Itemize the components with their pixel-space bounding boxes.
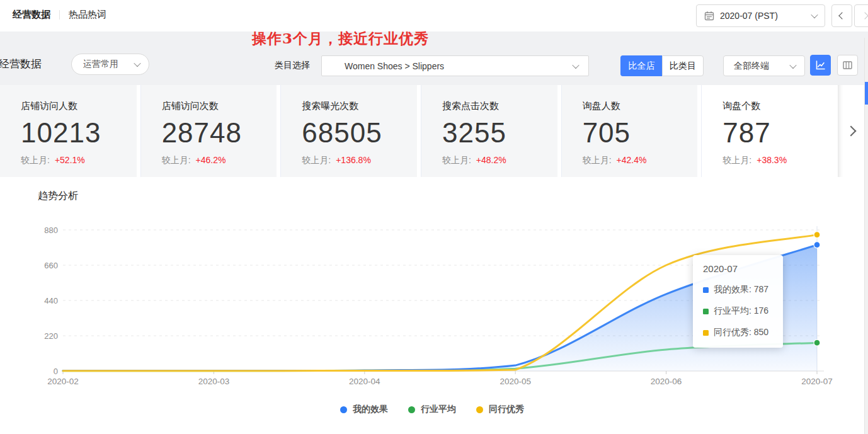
page-scrollbar[interactable] bbox=[864, 38, 868, 434]
tooltip-row: 同行优秀: 850 bbox=[703, 327, 774, 338]
series-marker-icon bbox=[703, 309, 709, 314]
series-marker-icon bbox=[703, 330, 709, 336]
prev-month-button[interactable] bbox=[831, 4, 852, 27]
legend-dot-icon bbox=[408, 406, 415, 413]
chevron-down-icon bbox=[789, 61, 796, 68]
metric-delta: +52.1% bbox=[55, 155, 85, 165]
legend-dot-icon bbox=[340, 406, 347, 413]
metric-label: 店铺访问次数 bbox=[162, 100, 277, 112]
legend-item-行业平均[interactable]: 行业平均 bbox=[408, 404, 456, 415]
terminal-select-value: 全部终端 bbox=[734, 60, 791, 72]
top-bar: 经营数据 热品热词 2020-07 (PST) bbox=[0, 0, 868, 31]
metric-value: 787 bbox=[722, 117, 838, 149]
metric-value: 68505 bbox=[302, 117, 417, 149]
tooltip-row: 我的效果: 787 bbox=[703, 284, 774, 295]
metric-card[interactable]: 搜索曝光次数68505较上月:+136.8% bbox=[280, 85, 417, 177]
metric-compare: 较上月:+42.4% bbox=[583, 155, 698, 166]
annotation-note: 操作3个月，接近行业优秀 bbox=[252, 29, 429, 49]
trend-chart-section: 趋势分析 02204406608802020-022020-032020-042… bbox=[0, 180, 864, 434]
legend-label: 同行优秀 bbox=[489, 404, 524, 415]
metric-value: 705 bbox=[583, 117, 698, 149]
scrollbar-thumb[interactable] bbox=[865, 82, 868, 105]
series-end-dot-同行优秀 bbox=[814, 232, 820, 238]
metric-compare: 较上月:+46.2% bbox=[162, 155, 277, 166]
metric-label: 店铺访问人数 bbox=[21, 100, 137, 112]
metric-label: 询盘人数 bbox=[583, 100, 698, 112]
y-axis-label: 0 bbox=[54, 367, 58, 376]
table-view-button[interactable] bbox=[837, 55, 858, 76]
series-end-dot-行业平均 bbox=[814, 340, 820, 346]
x-axis-label: 2020-05 bbox=[500, 377, 531, 386]
terminal-select[interactable]: 全部终端 bbox=[723, 55, 805, 76]
metric-card[interactable]: 询盘个数787较上月:+38.3% bbox=[701, 85, 838, 177]
y-axis-label: 880 bbox=[44, 226, 58, 235]
filter-bar: 经营数据 运营常用 类目选择 Women Shoes > Slippers 比全… bbox=[0, 31, 868, 85]
dashboard-page: 经营数据 热品热词 2020-07 (PST) 操作3个月，接近行业优秀 bbox=[0, 0, 868, 434]
preset-select-value: 运营常用 bbox=[83, 59, 118, 70]
chart-legend: 我的效果行业平均同行优秀 bbox=[0, 404, 864, 415]
next-month-button[interactable] bbox=[854, 4, 868, 27]
metric-label: 搜索点击次数 bbox=[442, 100, 557, 112]
x-axis-label: 2020-03 bbox=[198, 377, 230, 386]
y-axis-label: 220 bbox=[44, 331, 58, 341]
metric-delta: +136.8% bbox=[336, 155, 371, 165]
category-label: 类目选择 bbox=[275, 60, 310, 71]
tooltip-row-text: 同行优秀: 850 bbox=[714, 327, 768, 338]
metric-compare: 较上月:+38.3% bbox=[722, 155, 838, 166]
series-marker-icon bbox=[703, 287, 709, 293]
compare-category-button[interactable]: 比类目 bbox=[662, 55, 704, 76]
cards-next-button[interactable] bbox=[838, 85, 864, 177]
y-axis-label: 660 bbox=[44, 261, 58, 270]
tooltip-row-text: 我的效果: 787 bbox=[714, 284, 768, 295]
metric-cards: 店铺访问人数10213较上月:+52.1%店铺访问次数28748较上月:+46.… bbox=[0, 85, 838, 177]
legend-dot-icon bbox=[476, 406, 483, 413]
category-select-value: Women Shoes > Slippers bbox=[345, 61, 573, 71]
metric-card[interactable]: 询盘人数705较上月:+42.4% bbox=[561, 85, 698, 177]
line-chart-icon bbox=[815, 60, 826, 71]
chevron-down-icon bbox=[134, 60, 140, 67]
metric-delta: +46.2% bbox=[196, 155, 226, 165]
metric-card[interactable]: 店铺访问人数10213较上月:+52.1% bbox=[0, 85, 137, 177]
x-axis-label: 2020-06 bbox=[651, 377, 682, 386]
compare-toggle-group: 比全店 比类目 bbox=[620, 55, 704, 76]
category-select[interactable]: Women Shoes > Slippers bbox=[321, 55, 589, 76]
tab-hot-keywords[interactable]: 热品热词 bbox=[69, 9, 106, 21]
legend-item-同行优秀[interactable]: 同行优秀 bbox=[476, 404, 524, 415]
preset-select[interactable]: 运营常用 bbox=[71, 54, 149, 75]
tooltip-title: 2020-07 bbox=[703, 263, 774, 274]
x-axis-labels: 2020-022020-032020-042020-052020-062020-… bbox=[47, 371, 833, 386]
x-axis-label: 2020-04 bbox=[349, 377, 380, 386]
metric-compare: 较上月:+52.1% bbox=[21, 155, 137, 166]
chevron-right-icon bbox=[861, 12, 868, 19]
chevron-down-icon bbox=[811, 11, 818, 18]
tab-divider bbox=[59, 10, 60, 20]
compare-whole-store-button[interactable]: 比全店 bbox=[620, 55, 662, 76]
metric-compare: 较上月:+136.8% bbox=[302, 155, 417, 166]
chart-view-button[interactable] bbox=[810, 55, 831, 76]
metric-compare: 较上月:+48.2% bbox=[442, 155, 557, 166]
y-axis-label: 440 bbox=[44, 296, 58, 306]
metric-label: 询盘个数 bbox=[722, 100, 838, 112]
metric-card[interactable]: 搜索点击次数3255较上月:+48.2% bbox=[421, 85, 557, 177]
metric-value: 28748 bbox=[162, 117, 277, 149]
metric-label: 搜索曝光次数 bbox=[302, 100, 417, 112]
metric-value: 3255 bbox=[442, 117, 557, 149]
chevron-down-icon bbox=[572, 61, 579, 68]
chevron-left-icon bbox=[838, 12, 845, 19]
tab-business-data[interactable]: 经营数据 bbox=[13, 9, 50, 21]
tooltip-row: 行业平均: 176 bbox=[703, 306, 774, 317]
x-axis-label: 2020-02 bbox=[47, 377, 79, 386]
date-picker[interactable]: 2020-07 (PST) bbox=[696, 4, 825, 27]
x-axis-label: 2020-07 bbox=[801, 377, 833, 386]
series-end-dot-我的效果 bbox=[814, 242, 820, 248]
metric-card[interactable]: 店铺访问次数28748较上月:+46.2% bbox=[140, 85, 277, 177]
calendar-icon bbox=[704, 11, 714, 21]
metric-delta: +42.4% bbox=[617, 155, 647, 165]
legend-item-我的效果[interactable]: 我的效果 bbox=[340, 404, 388, 415]
chevron-right-icon bbox=[846, 126, 857, 137]
metric-delta: +38.3% bbox=[757, 155, 787, 165]
section-title: 经营数据 bbox=[0, 57, 42, 71]
chart-tooltip: 2020-07我的效果: 787行业平均: 176同行优秀: 850 bbox=[693, 255, 783, 348]
metric-value: 10213 bbox=[21, 117, 137, 149]
table-icon bbox=[842, 60, 853, 71]
